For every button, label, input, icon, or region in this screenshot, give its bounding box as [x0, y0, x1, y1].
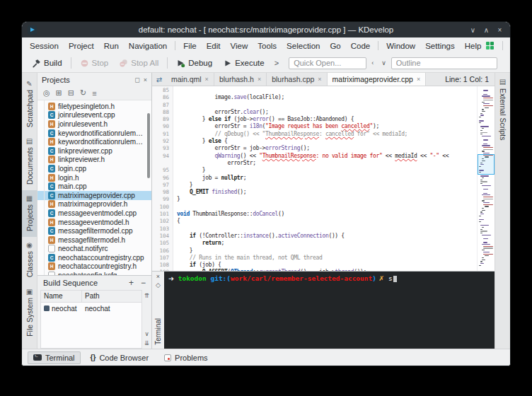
minimap-line	[483, 144, 487, 144]
float-panel-icon[interactable]: ◻	[134, 76, 139, 83]
stop-all-button[interactable]: Stop All	[115, 57, 163, 70]
tree-item-main-cpp[interactable]: Cmain.cpp	[37, 182, 151, 191]
tree-item-messageeventmodel-h[interactable]: Hmessageeventmodel.h	[37, 218, 151, 227]
menu-settings[interactable]: Settings	[420, 40, 460, 52]
tree-scrollbar[interactable]	[147, 113, 150, 178]
tree-item-linkpreviewer-h[interactable]: Hlinkpreviewer.h	[37, 156, 151, 165]
toolbar-overflow-icon[interactable]: >	[271, 59, 282, 67]
nav-dropdown-icon[interactable]: ∨	[378, 59, 389, 66]
tree-item-filetypesingleton-h[interactable]: Hfiletypesingleton.h	[37, 102, 151, 111]
titlebar[interactable]: default: neochat - [ neochat:src/matrixi…	[22, 22, 510, 37]
nav-back-icon[interactable]: ‹	[369, 59, 376, 66]
collapse-all-icon[interactable]: ⊟	[68, 88, 74, 98]
tree-item-matriximageprovider-cpp[interactable]: Cmatriximageprovider.cpp	[37, 191, 151, 200]
code-line: return;	[177, 240, 477, 247]
minimap[interactable]	[477, 86, 495, 271]
code-editor[interactable]: 8586878889909192939495969798991001011021…	[152, 86, 495, 271]
code-browser-toggle-button[interactable]: {} Code Browser	[85, 351, 155, 364]
filter-icon[interactable]: ≡	[92, 89, 96, 98]
minimize-icon[interactable]: ∨	[467, 26, 479, 34]
tab-close-icon[interactable]: ×	[258, 76, 261, 83]
add-icon[interactable]: +	[129, 278, 134, 288]
code-area[interactable]: image.save(localFile); errorStr.clear();…	[173, 86, 477, 271]
editor-tab-blurhash-h[interactable]: blurhash.h×	[214, 73, 267, 86]
menu-run[interactable]: Run	[99, 40, 124, 52]
problems-toggle-button[interactable]: Problems	[158, 351, 213, 364]
detach-terminal-icon[interactable]: ◇	[156, 282, 161, 289]
code-token: <<	[439, 153, 449, 159]
menu-session[interactable]: Session	[25, 40, 64, 52]
menubar-separator	[378, 41, 378, 50]
sidebar-tab-file-system[interactable]: ▣File System	[22, 284, 37, 342]
terminal-tab-label[interactable]: Terminal	[154, 318, 162, 345]
execute-button[interactable]: Execute	[219, 57, 269, 70]
menu-project[interactable]: Project	[64, 40, 99, 52]
menu-tools[interactable]: Tools	[253, 40, 282, 52]
tree-item-matriximageprovider-h[interactable]: Hmatriximageprovider.h	[37, 200, 151, 209]
build-button[interactable]: Build	[28, 57, 66, 70]
projects-icon: ▦	[26, 195, 33, 202]
tree-item-messagefiltermodel-cpp[interactable]: Cmessagefiltermodel.cpp	[37, 226, 151, 235]
tree-item-messageeventmodel-cpp[interactable]: Cmessageeventmodel.cpp	[37, 209, 151, 218]
menu-selection[interactable]: Selection	[282, 40, 325, 52]
tree-item-linkpreviewer-cpp[interactable]: Clinkpreviewer.cpp	[37, 146, 151, 156]
problems-toggle-label: Problems	[175, 354, 207, 362]
menu-code[interactable]: Code	[346, 40, 376, 52]
tree-item-keywordnotificationrulem[interactable]: Hkeywordnotificationrulem…	[37, 137, 151, 146]
sidebar-tab-scratchpad[interactable]: ✎Scratchpad	[22, 76, 37, 133]
tree-item-neochat-notifyrc[interactable]: neochat.notifyrc	[37, 245, 151, 254]
editor-tab-blurhash-cpp[interactable]: blurhash.cpp×	[267, 73, 327, 86]
menu-edit[interactable]: Edit	[202, 40, 226, 52]
terminal-toggle-label: Terminal	[45, 354, 75, 362]
column-name[interactable]: Name	[41, 291, 82, 302]
menu-window[interactable]: Window	[381, 40, 420, 52]
move-bottom-icon[interactable]: ⇊	[144, 339, 149, 346]
code-token: cancelled	[325, 131, 354, 137]
tree-item-neochataccountregistry-h[interactable]: Hneochataccountregistry.h	[37, 262, 151, 272]
external-scripts-tab[interactable]: External Scripts	[499, 88, 507, 141]
locate-document-icon[interactable]: ◎	[43, 88, 50, 98]
minimap-line	[483, 94, 487, 95]
minimap-viewport[interactable]	[478, 154, 495, 175]
menu-file[interactable]: File	[178, 40, 202, 52]
tree-item-neochataccountregistry-cpp[interactable]: Cneochataccountregistry.cpp	[37, 253, 151, 262]
outline-input[interactable]: Outline	[391, 57, 497, 69]
menu-go[interactable]: Go	[325, 40, 345, 52]
stop-button[interactable]: Stop	[76, 57, 113, 70]
menu-navigation[interactable]: Navigation	[124, 40, 172, 52]
terminal-toggle-button[interactable]: Terminal	[28, 351, 81, 364]
sidebar-tab-documents[interactable]: ▤Documents	[22, 133, 37, 190]
document-switcher-icon[interactable]: ⇄	[152, 73, 166, 86]
editor-tab-matriximageprovider-cpp[interactable]: matriximageprovider.cpp×	[328, 73, 427, 86]
close-terminal-icon[interactable]: ×	[156, 274, 160, 280]
close-icon[interactable]: ×	[494, 26, 506, 34]
reload-project-icon[interactable]: ↻	[80, 88, 86, 98]
tree-item-neochatconfig-kcfg[interactable]: neochatconfig.kcfg	[37, 271, 151, 275]
sidebar-tab-projects[interactable]: ▦Projects	[22, 190, 37, 237]
column-path[interactable]: Path	[82, 291, 141, 302]
tab-close-icon[interactable]: ×	[205, 76, 209, 83]
debug-button[interactable]: Debug	[172, 57, 216, 70]
tree-item-login-h[interactable]: Hlogin.h	[37, 173, 151, 182]
tab-close-icon[interactable]: ×	[318, 76, 321, 83]
close-panel-icon[interactable]: ×	[144, 76, 147, 83]
tree-item-keywordnotificationrulem[interactable]: Ckeywordnotificationrulem…	[37, 129, 151, 138]
sidebar-tab-classes[interactable]: ◉Classes	[22, 237, 37, 283]
expand-all-icon[interactable]: ⊞	[56, 88, 62, 98]
move-down-icon[interactable]: ∨	[144, 330, 149, 337]
tree-item-login-cpp[interactable]: Clogin.cpp	[37, 164, 151, 173]
menu-view[interactable]: View	[226, 40, 253, 52]
tree-item-joinrulesevent-h[interactable]: Hjoinrulesevent.h	[37, 120, 151, 129]
editor-tab-main-qml[interactable]: main.qml×	[166, 73, 214, 86]
move-top-icon[interactable]: ⇈	[144, 292, 149, 299]
terminal-screen[interactable]: ➜ tokodon git:(work/carl/remember-select…	[164, 272, 495, 349]
tab-close-icon[interactable]: ×	[417, 76, 420, 83]
build-sequence-row[interactable]: neochatneochat	[41, 303, 141, 314]
quick-open-input[interactable]: Quick Open...	[289, 57, 366, 69]
tree-item-joinrulesevent-cpp[interactable]: Cjoinrulesevent.cpp	[37, 111, 151, 120]
maximize-icon[interactable]: ∧	[480, 26, 492, 34]
remove-icon[interactable]: −	[141, 278, 146, 288]
tree-item-messagefiltermodel-h[interactable]: Hmessagefiltermodel.h	[37, 235, 151, 245]
menu-help[interactable]: Help	[460, 40, 487, 52]
session-grid-icon[interactable]	[486, 42, 495, 50]
